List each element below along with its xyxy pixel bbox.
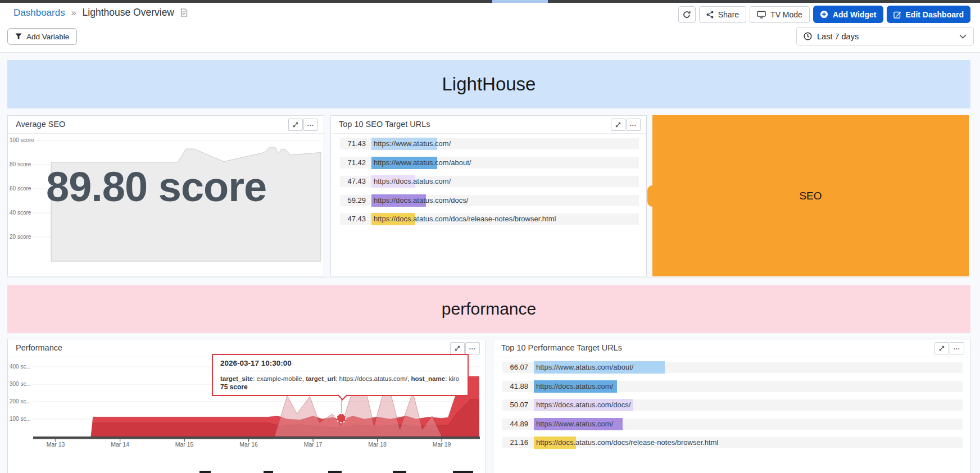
widget-title: Performance: [16, 343, 62, 352]
row-url[interactable]: https://www.atatus.com/: [536, 419, 613, 430]
row-value: 47.43: [340, 176, 366, 187]
row-value: 21.16: [502, 437, 528, 448]
edit-icon: [893, 11, 901, 19]
svg-text:100 sc...: 100 sc...: [10, 416, 31, 422]
row-value: 66.07: [502, 362, 528, 373]
expand-icon[interactable]: [611, 119, 625, 131]
ellipsis-icon[interactable]: •••: [626, 119, 641, 131]
breadcrumb-separator: »: [71, 8, 76, 18]
row-value: 47.43: [340, 213, 366, 225]
svg-text:Mar 16: Mar 16: [239, 441, 258, 448]
tv-mode-button[interactable]: TV Mode: [750, 6, 810, 23]
expand-icon[interactable]: [934, 342, 949, 354]
share-button[interactable]: Share: [699, 6, 746, 23]
document-icon: [180, 8, 188, 17]
row-url[interactable]: https://www.atatus.com/about/: [536, 362, 633, 373]
svg-text:60 score: 60 score: [10, 185, 31, 192]
banner-performance-text: performance: [442, 299, 536, 319]
row-url[interactable]: https://docs.atatus.com/docs/: [374, 195, 468, 206]
row-url[interactable]: https://www.atatus.com/: [374, 138, 451, 149]
tooltip-score: 75 score: [220, 383, 460, 391]
time-range-value: Last 7 days: [817, 32, 859, 41]
row-value: 50.07: [502, 399, 528, 411]
dashboard-page: Dashboards » Lighthouse Overview Share: [0, 0, 980, 473]
chevron-down-icon: [959, 34, 967, 39]
refresh-button[interactable]: [678, 6, 696, 23]
svg-text:20 score: 20 score: [10, 234, 31, 240]
widget-title: Top 10 Performance Target URLs: [501, 343, 622, 352]
breadcrumb-dashboards-link[interactable]: Dashboards: [13, 7, 65, 19]
banner-lighthouse: LightHouse: [7, 60, 970, 108]
table-row[interactable]: 44.89 https://www.atatus.com/: [502, 419, 963, 430]
row-url[interactable]: https://docs.atatus.com/docs/release-not…: [374, 213, 556, 225]
edit-dashboard-button[interactable]: Edit Dashboard: [887, 6, 970, 23]
widget-average-seo-header: Average SEO •••: [8, 116, 324, 134]
filter-icon: [15, 33, 22, 40]
svg-text:Mar 15: Mar 15: [175, 441, 194, 448]
chart-tooltip: 2026-03-17 10:30:00 target_site: example…: [212, 354, 469, 396]
widget-seo-note: SEO: [652, 115, 969, 276]
header: Dashboards » Lighthouse Overview Share: [0, 0, 980, 53]
ellipsis-icon[interactable]: •••: [465, 342, 480, 354]
scroll-thumb[interactable]: [492, 0, 548, 3]
row-divider: [7, 278, 970, 278]
seo-note-label: SEO: [799, 190, 822, 202]
svg-text:80 score: 80 score: [10, 161, 31, 167]
refresh-icon: [683, 11, 691, 19]
svg-text:Mar 17: Mar 17: [304, 441, 323, 448]
table-row[interactable]: 50.07 https://docs.atatus.com/docs/: [502, 399, 963, 411]
widget-average-seo: Average SEO ••• 100 score80 score60 scor…: [7, 115, 324, 276]
table-row[interactable]: 59.29 https://docs.atatus.com/docs/: [340, 195, 639, 206]
table-row[interactable]: 71.42 https://www.atatus.com/about/: [340, 157, 639, 169]
ellipsis-icon[interactable]: •••: [303, 119, 318, 131]
widget-top-performance-header: Top 10 Performance Target URLs •••: [493, 339, 970, 357]
add-widget-button[interactable]: Add Widget: [813, 6, 883, 23]
svg-text:Mar 19: Mar 19: [433, 441, 451, 448]
widget-top-seo-header: Top 10 SEO Target URLs •••: [331, 116, 646, 134]
banner-lighthouse-text: LightHouse: [442, 74, 536, 95]
row-url[interactable]: https://docs.atatus.com/: [536, 381, 613, 392]
svg-text:Mar 14: Mar 14: [111, 441, 129, 448]
table-row[interactable]: 21.16 https://docs.atatus.com/docs/relea…: [502, 437, 963, 448]
expand-icon[interactable]: [450, 342, 465, 354]
row-url[interactable]: https://docs.atatus.com/docs/: [536, 399, 630, 411]
top-scroll-strip: [0, 0, 980, 3]
tooltip-timestamp: 2026-03-17 10:30:00: [220, 359, 460, 371]
clock-icon: [804, 32, 812, 40]
row-url[interactable]: https://docs.atatus.com/: [374, 176, 451, 187]
table-row[interactable]: 66.07 https://www.atatus.com/about/: [502, 362, 963, 373]
table-row[interactable]: 47.43 https://docs.atatus.com/docs/relea…: [340, 213, 639, 225]
row-url[interactable]: https://www.atatus.com/about/: [374, 157, 471, 169]
expand-icon[interactable]: [288, 119, 303, 131]
svg-text:100 score: 100 score: [10, 137, 34, 143]
row-value: 71.43: [340, 138, 366, 149]
svg-text:200 sc...: 200 sc...: [10, 398, 31, 404]
table-row[interactable]: 71.43 https://www.atatus.com/: [340, 138, 639, 149]
add-variable-label: Add Variable: [26, 33, 69, 41]
page-title: Lighthouse Overview: [83, 7, 174, 19]
banner-performance: performance: [7, 285, 970, 333]
time-range-select[interactable]: Last 7 days: [796, 27, 974, 46]
share-icon: [706, 11, 714, 19]
svg-text:40 score: 40 score: [10, 210, 31, 216]
add-variable-button[interactable]: Add Variable: [7, 28, 77, 45]
widget-title: Top 10 SEO Target URLs: [339, 120, 430, 129]
widget-top-seo-urls: Top 10 SEO Target URLs ••• 71.43 https:/…: [330, 115, 647, 276]
add-widget-label: Add Widget: [833, 10, 877, 19]
row-value: 71.42: [340, 157, 366, 169]
widget-performance: Performance ••• 400 sc...300 sc...200 sc…: [7, 339, 486, 473]
table-row[interactable]: 41.88 https://docs.atatus.com/: [502, 381, 963, 392]
share-label: Share: [718, 10, 739, 19]
widget-top-performance-urls: Top 10 Performance Target URLs ••• 66.07…: [493, 339, 970, 473]
widget-title: Average SEO: [16, 120, 65, 129]
svg-text:Mar 18: Mar 18: [368, 441, 387, 448]
tv-mode-label: TV Mode: [770, 10, 802, 19]
row-url[interactable]: https://docs.atatus.com/docs/release-not…: [536, 437, 718, 448]
ellipsis-icon[interactable]: •••: [950, 342, 964, 354]
svg-text:400 sc...: 400 sc...: [10, 363, 31, 370]
edit-dashboard-label: Edit Dashboard: [906, 10, 964, 19]
tooltip-body: target_site: example-mobile, target_url:…: [220, 375, 460, 382]
tv-icon: [757, 11, 766, 19]
widget-drag-handle[interactable]: [647, 185, 657, 207]
table-row[interactable]: 47.43 https://docs.atatus.com/: [340, 176, 639, 187]
